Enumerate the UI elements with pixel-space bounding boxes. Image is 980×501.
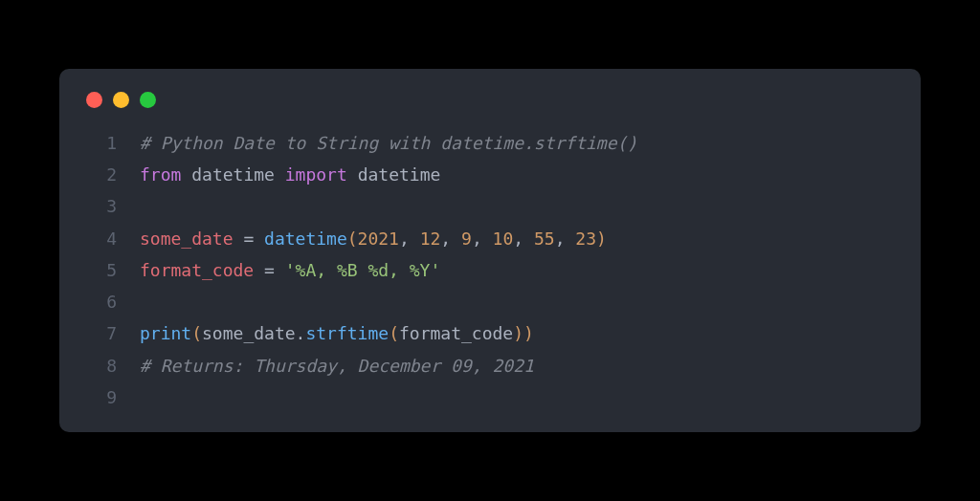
code-line: 6 <box>86 286 894 317</box>
method-call: strftime <box>305 317 389 349</box>
code-line: 4 some_date = datetime(2021, 12, 9, 10, … <box>86 223 894 254</box>
variable: some_date <box>140 223 234 254</box>
module-name: datetime <box>191 159 275 190</box>
comma: , <box>472 223 493 254</box>
code-line: 5 format_code = '%A, %B %d, %Y' <box>86 254 894 286</box>
line-number: 3 <box>86 190 117 222</box>
string: '%A, %B %d, %Y' <box>285 254 441 286</box>
code-line: 3 <box>86 190 894 222</box>
line-number: 4 <box>86 223 117 254</box>
line-number: 5 <box>86 254 117 286</box>
line-number: 8 <box>86 350 117 381</box>
comma: , <box>399 223 420 254</box>
comma: , <box>513 223 534 254</box>
code-line: 8 # Returns: Thursday, December 09, 2021 <box>86 350 894 381</box>
comma: , <box>555 223 576 254</box>
operator: = <box>234 223 265 254</box>
dot: . <box>296 317 306 349</box>
variable: some_date <box>202 317 296 349</box>
minimize-icon[interactable] <box>113 92 129 108</box>
operator: = <box>254 254 285 286</box>
space <box>181 159 191 190</box>
function-call: datetime <box>264 223 347 254</box>
space <box>275 159 285 190</box>
variable: format_code <box>140 254 254 286</box>
paren: ( <box>347 223 358 254</box>
paren: ) <box>513 317 523 349</box>
paren: ) <box>523 317 534 349</box>
line-number: 6 <box>86 286 117 317</box>
comment: # Python Date to String with datetime.st… <box>140 127 637 159</box>
number: 55 <box>534 223 555 254</box>
close-icon[interactable] <box>86 92 102 108</box>
function-call: print <box>140 317 191 349</box>
comma: , <box>440 223 461 254</box>
keyword-import: import <box>285 159 347 190</box>
code-line: 2 from datetime import datetime <box>86 159 894 190</box>
code-line: 9 <box>86 381 894 413</box>
line-number: 9 <box>86 381 117 413</box>
keyword-from: from <box>140 159 181 190</box>
maximize-icon[interactable] <box>140 92 156 108</box>
comment: # Returns: Thursday, December 09, 2021 <box>140 350 534 381</box>
paren: ( <box>389 317 399 349</box>
code-window: 1 # Python Date to String with datetime.… <box>59 69 921 433</box>
number: 2021 <box>358 223 399 254</box>
number: 23 <box>575 223 596 254</box>
module-name: datetime <box>358 159 441 190</box>
number: 9 <box>461 223 472 254</box>
code-line: 1 # Python Date to String with datetime.… <box>86 127 894 159</box>
space <box>347 159 358 190</box>
paren: ) <box>596 223 607 254</box>
number: 10 <box>493 223 514 254</box>
variable: format_code <box>399 317 513 349</box>
code-area: 1 # Python Date to String with datetime.… <box>59 127 921 414</box>
line-number: 2 <box>86 159 117 190</box>
number: 12 <box>420 223 441 254</box>
line-number: 1 <box>86 127 117 159</box>
line-number: 7 <box>86 317 117 349</box>
paren: ( <box>191 317 202 349</box>
code-line: 7 print(some_date.strftime(format_code)) <box>86 317 894 349</box>
traffic-lights <box>59 92 921 108</box>
